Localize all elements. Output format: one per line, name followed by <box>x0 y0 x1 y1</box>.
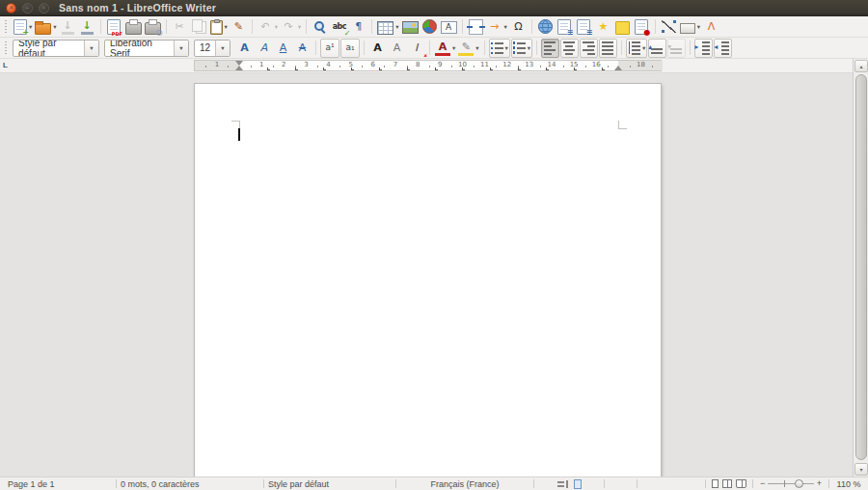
paste-button[interactable]: ▾ <box>209 17 229 37</box>
status-word-count[interactable]: 0 mots, 0 caractères <box>117 477 263 490</box>
page-break-button[interactable] <box>467 17 485 37</box>
superscript-button[interactable]: a¹ <box>320 39 339 58</box>
undo-dropdown[interactable]: ▾ <box>275 23 278 31</box>
decrease-font-size-button[interactable]: A <box>388 39 406 58</box>
draw-functions-button[interactable]: Λ <box>702 17 720 37</box>
status-page-number[interactable]: Page 1 de 1 <box>0 477 116 490</box>
formatting-marks-button[interactable]: ¶ <box>349 17 367 37</box>
paste-dropdown[interactable]: ▾ <box>225 23 228 31</box>
maximize-button[interactable]: ▫ <box>39 3 49 14</box>
close-button[interactable]: ✕ <box>6 3 16 14</box>
insert-line-button[interactable] <box>660 17 678 37</box>
decrease-indent-button[interactable]: ◂ <box>714 39 732 58</box>
hyperlink-button[interactable] <box>536 17 555 37</box>
status-paragraph-style[interactable]: Style par défaut <box>264 477 395 490</box>
paragraph-style-combo[interactable]: Style par défaut ▾ <box>13 40 99 57</box>
scrollbar-thumb[interactable] <box>855 74 867 460</box>
redo-dropdown[interactable]: ▾ <box>298 23 301 31</box>
spelling-button[interactable]: abc✓ <box>330 17 348 37</box>
insert-image-button[interactable] <box>401 17 420 37</box>
align-left-button[interactable] <box>541 39 559 58</box>
basic-shapes-dropdown[interactable]: ▾ <box>697 23 700 31</box>
subscript-button[interactable]: a₁ <box>340 39 360 58</box>
status-document-modified[interactable] <box>605 477 637 490</box>
font-name-combo[interactable]: Liberation Serif ▾ <box>104 40 189 57</box>
bullet-list-dropdown[interactable]: ▾ <box>505 44 508 52</box>
copy-button[interactable] <box>190 17 208 37</box>
underline-button[interactable]: A <box>274 39 292 58</box>
open-button[interactable]: ▾ <box>34 17 57 37</box>
insert-field-button[interactable]: →▾ <box>486 17 508 37</box>
clone-formatting-button[interactable]: ✎ <box>230 17 248 37</box>
align-justify-button[interactable] <box>599 39 617 58</box>
selection-mode-icon[interactable] <box>574 479 582 489</box>
insert-table-button[interactable]: ▾ <box>376 17 399 37</box>
zoom-slider-track[interactable] <box>768 479 813 488</box>
line-spacing-dropdown[interactable]: ▾ <box>642 44 645 52</box>
clear-formatting-button[interactable]: Iₓ <box>407 39 425 58</box>
scroll-up-button[interactable]: ▴ <box>854 60 868 72</box>
bold-button[interactable]: A <box>235 39 254 58</box>
align-center-button[interactable] <box>560 39 579 58</box>
highlight-color-dropdown[interactable]: ▾ <box>475 44 478 52</box>
print-preview-button[interactable]: ○ <box>144 17 162 37</box>
numbered-list-button[interactable]: ▾ <box>511 39 532 58</box>
new-document-dropdown[interactable]: ▾ <box>29 23 32 31</box>
tab-stop-selector[interactable]: L <box>3 62 8 69</box>
export-pdf-button[interactable]: PDF <box>105 17 123 37</box>
book-view-icon[interactable] <box>736 479 746 488</box>
redo-button[interactable]: ↷▾ <box>280 17 302 37</box>
chevron-down-icon[interactable]: ▾ <box>174 41 188 56</box>
cut-button[interactable]: ✂ <box>171 17 189 37</box>
insert-mode-icon[interactable] <box>557 480 568 488</box>
increase-indent-button[interactable]: ▸ <box>694 39 713 58</box>
zoom-level[interactable]: 110 % <box>829 477 868 490</box>
increase-paragraph-spacing-button[interactable]: ▴ <box>648 39 666 58</box>
insert-field-dropdown[interactable]: ▾ <box>504 23 507 31</box>
zoom-out-icon[interactable]: − <box>757 479 768 488</box>
left-indent-marker[interactable] <box>235 66 243 70</box>
minimize-button[interactable]: − <box>22 3 33 14</box>
zoom-slider[interactable]: − + <box>753 477 828 490</box>
comment-button[interactable] <box>613 17 632 37</box>
new-document-button[interactable]: +▾ <box>13 17 33 37</box>
print-button[interactable] <box>124 17 143 37</box>
numbered-list-dropdown[interactable]: ▾ <box>528 44 530 52</box>
zoom-slider-handle[interactable] <box>795 479 803 488</box>
single-page-view-icon[interactable] <box>712 479 719 488</box>
open-dropdown[interactable]: ▾ <box>53 23 56 31</box>
save-as-button[interactable]: ↓ <box>78 17 96 37</box>
highlight-color-button[interactable]: ✎▾ <box>457 39 479 58</box>
insert-table-dropdown[interactable]: ▾ <box>395 23 398 31</box>
insert-footnote-button[interactable]: ≡ <box>556 17 574 37</box>
insert-endnote-button[interactable]: ≡ <box>575 17 593 37</box>
status-language[interactable]: Français (France) <box>396 477 533 490</box>
insert-chart-button[interactable] <box>420 17 439 37</box>
titlebar[interactable]: ✕ − ▫ Sans nom 1 - LibreOffice Writer <box>0 0 868 16</box>
line-spacing-button[interactable]: ▾ <box>626 39 647 58</box>
scroll-down-button[interactable]: ▾ <box>854 463 868 476</box>
italic-button[interactable]: A <box>255 39 273 58</box>
toolbar-grip[interactable] <box>5 20 7 33</box>
bookmark-button[interactable]: ★ <box>594 17 612 37</box>
undo-button[interactable]: ↶▾ <box>257 17 279 37</box>
multi-page-view-icon[interactable] <box>722 479 732 488</box>
horizontal-ruler[interactable]: 12345678910111213141516118 <box>194 60 662 71</box>
font-color-button[interactable]: A▾ <box>434 39 456 58</box>
font-size-combo[interactable]: 12 ▾ <box>194 40 231 57</box>
increase-font-size-button[interactable]: A <box>368 39 387 58</box>
align-right-button[interactable] <box>580 39 598 58</box>
zoom-in-icon[interactable]: + <box>814 479 825 488</box>
chevron-down-icon[interactable]: ▾ <box>84 41 98 56</box>
font-color-dropdown[interactable]: ▾ <box>452 44 455 52</box>
save-button[interactable]: ↓ <box>59 17 77 37</box>
basic-shapes-button[interactable]: ▾ <box>679 17 701 37</box>
toolbar-grip[interactable] <box>5 41 7 54</box>
chevron-down-icon[interactable]: ▾ <box>215 41 230 56</box>
find-replace-button[interactable] <box>311 17 329 37</box>
bullet-list-button[interactable]: ▾ <box>489 39 510 58</box>
document-page[interactable] <box>194 83 662 476</box>
special-character-button[interactable]: Ω <box>509 17 528 37</box>
insert-textbox-button[interactable]: A <box>440 17 458 37</box>
vertical-scrollbar[interactable]: ▴ ▾ <box>853 59 868 476</box>
